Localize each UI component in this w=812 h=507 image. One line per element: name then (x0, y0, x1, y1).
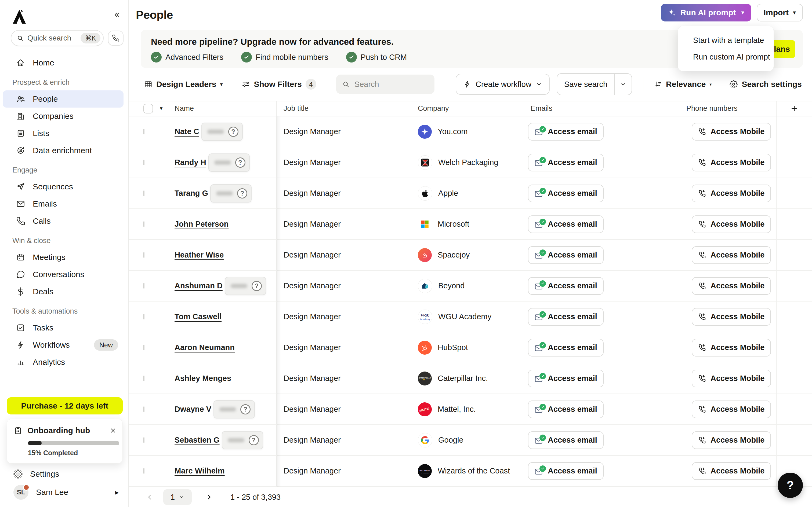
row-checkbox[interactable] (143, 190, 145, 196)
sidebar-item-settings[interactable]: Settings (7, 466, 122, 482)
sidebar-item-analytics[interactable]: Analytics (3, 353, 123, 371)
person-name-link[interactable]: Randy H (174, 158, 206, 167)
page-selector[interactable]: 1 (163, 489, 192, 505)
access-email-button[interactable]: Access email (528, 431, 604, 449)
sidebar-item-home[interactable]: Home (3, 54, 123, 71)
sidebar-item-tasks[interactable]: Tasks (3, 319, 123, 336)
access-mobile-button[interactable]: Access Mobile (692, 400, 771, 418)
purchase-button[interactable]: Purchase - 12 days left (7, 397, 123, 414)
company-name[interactable]: You.com (438, 127, 468, 136)
access-email-button[interactable]: Access email (528, 246, 604, 264)
search-settings-button[interactable]: Search settings (729, 80, 802, 89)
person-name-link[interactable]: Marc Wilhelm (174, 466, 225, 475)
company-name[interactable]: Beyond (438, 281, 464, 290)
import-button[interactable]: Import ▾ (757, 4, 803, 21)
column-header-job[interactable]: Job title (276, 104, 411, 113)
column-header-emails[interactable]: Emails (524, 104, 679, 113)
sort-selector[interactable]: Relevance ▾ (654, 80, 712, 89)
row-checkbox[interactable] (143, 221, 145, 227)
row-checkbox[interactable] (143, 437, 145, 443)
row-checkbox[interactable] (143, 283, 145, 289)
add-column-button[interactable] (776, 101, 812, 116)
table-search-input[interactable] (354, 80, 428, 89)
row-checkbox[interactable] (143, 406, 145, 412)
row-checkbox[interactable] (143, 314, 145, 320)
company-name[interactable]: Microsoft (438, 220, 469, 229)
row-checkbox[interactable] (143, 376, 145, 381)
select-menu-caret-icon[interactable]: ▼ (159, 106, 163, 111)
show-filters-button[interactable]: Show Filters 4 (241, 79, 316, 90)
company-name[interactable]: Caterpillar Inc. (438, 374, 488, 383)
company-name[interactable]: HubSpot (438, 343, 468, 352)
company-name[interactable]: Spacejoy (438, 250, 470, 260)
person-name-link[interactable]: Nate C (174, 127, 199, 136)
sidebar-item-calls[interactable]: Calls (3, 213, 123, 230)
person-name-link[interactable]: Dwayne V (174, 405, 211, 414)
person-name-link[interactable]: Aaron Neumann (174, 343, 235, 352)
access-mobile-button[interactable]: Access Mobile (692, 431, 771, 449)
sidebar-item-conversations[interactable]: Conversations (3, 266, 123, 283)
sidebar-item-deals[interactable]: Deals (3, 283, 123, 300)
sidebar-item-lists[interactable]: Lists (3, 125, 123, 142)
access-email-button[interactable]: Access email (528, 308, 604, 326)
help-button[interactable]: ? (778, 473, 803, 498)
person-name-link[interactable]: John Peterson (174, 220, 229, 229)
user-menu[interactable]: SL Sam Lee ▸ (7, 485, 122, 500)
menu-item-start-with-a-template[interactable]: Start with a template (678, 32, 774, 49)
column-header-phones[interactable]: Phone numbers (679, 104, 776, 113)
access-mobile-button[interactable]: Access Mobile (692, 246, 771, 264)
company-name[interactable]: Google (438, 436, 463, 445)
access-mobile-button[interactable]: Access Mobile (692, 462, 771, 480)
sidebar-item-sequences[interactable]: Sequences (3, 178, 123, 195)
access-email-button[interactable]: Access email (528, 215, 604, 233)
next-page-button[interactable] (205, 493, 213, 501)
access-mobile-button[interactable]: Access Mobile (692, 215, 771, 233)
company-name[interactable]: WGU Academy (438, 312, 491, 321)
sidebar-item-companies[interactable]: Companies (3, 108, 123, 125)
access-email-button[interactable]: Access email (528, 123, 604, 140)
company-name[interactable]: Mattel, Inc. (438, 405, 476, 414)
masked-name-chip[interactable]: ? (213, 400, 255, 418)
close-icon[interactable] (110, 427, 116, 434)
sidebar-item-meetings[interactable]: Meetings (3, 249, 123, 266)
access-mobile-button[interactable]: Access Mobile (692, 154, 771, 171)
access-email-button[interactable]: Access email (528, 462, 604, 480)
access-mobile-button[interactable]: Access Mobile (692, 370, 771, 387)
dialer-button[interactable] (108, 31, 123, 46)
saved-view-selector[interactable]: Design Leaders ▾ (144, 80, 222, 89)
run-ai-prompt-button[interactable]: Run AI prompt ▾ (661, 4, 751, 21)
quick-search-input[interactable]: Quick search ⌘K (11, 30, 104, 46)
company-name[interactable]: Welch Packaging (438, 158, 498, 167)
access-email-button[interactable]: Access email (528, 400, 604, 418)
sidebar-item-people[interactable]: People (3, 91, 123, 108)
person-name-link[interactable]: Sebastien G (174, 436, 220, 445)
access-email-button[interactable]: Access email (528, 370, 604, 387)
sidebar-item-emails[interactable]: Emails (3, 195, 123, 213)
access-mobile-button[interactable]: Access Mobile (692, 308, 771, 326)
company-name[interactable]: Apple (438, 189, 458, 198)
access-email-button[interactable]: Access email (528, 339, 604, 356)
masked-name-chip[interactable]: ? (225, 277, 266, 295)
create-workflow-button[interactable]: Create workflow (456, 74, 550, 95)
select-all-checkbox[interactable] (143, 104, 153, 113)
row-checkbox[interactable] (143, 160, 145, 165)
row-checkbox[interactable] (143, 345, 145, 350)
person-name-link[interactable]: Heather Wise (174, 250, 224, 260)
person-name-link[interactable]: Tom Caswell (174, 312, 221, 321)
access-mobile-button[interactable]: Access Mobile (692, 184, 771, 202)
row-checkbox[interactable] (143, 468, 145, 474)
previous-page-button[interactable] (146, 493, 154, 501)
access-mobile-button[interactable]: Access Mobile (692, 277, 771, 295)
access-mobile-button[interactable]: Access Mobile (692, 339, 771, 356)
access-email-button[interactable]: Access email (528, 154, 604, 171)
sidebar-item-workflows[interactable]: WorkflowsNew (3, 336, 123, 353)
save-search-button[interactable]: Save search (557, 74, 614, 95)
access-email-button[interactable]: Access email (528, 277, 604, 295)
sidebar-item-data-enrichment[interactable]: Data enrichment (3, 142, 123, 159)
person-name-link[interactable]: Anshuman D (174, 281, 222, 290)
masked-name-chip[interactable]: ? (222, 431, 263, 449)
row-checkbox[interactable] (143, 129, 145, 134)
access-email-button[interactable]: Access email (528, 184, 604, 202)
menu-item-run-custom-ai-prompt[interactable]: Run custom AI prompt (678, 49, 774, 65)
company-name[interactable]: Wizards of the Coast (438, 466, 510, 475)
